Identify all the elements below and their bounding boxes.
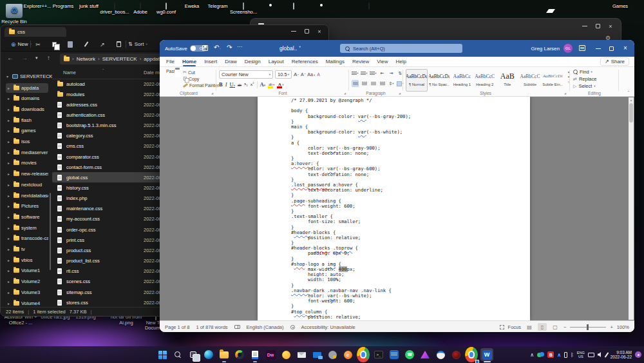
close-icon[interactable]: × [619, 43, 632, 53]
up-icon[interactable]: ↑ [47, 54, 50, 61]
undo-icon[interactable]: ↶▾ [214, 44, 221, 51]
sidebar-item-software[interactable]: ▸software [6, 212, 48, 222]
decrease-indent-button[interactable]: ⇤ [379, 70, 386, 77]
page-indicator[interactable]: Page 1 of 8 [165, 324, 189, 330]
minimize-icon[interactable] [592, 44, 605, 54]
cut-button[interactable]: ✂ [33, 39, 43, 49]
style-card[interactable]: AaBbCcDc¶ Normal [406, 69, 428, 92]
notepad-taskbar-icon[interactable] [249, 348, 261, 361]
sidebar-item-nextcloud[interactable]: ▸nextcloud [6, 180, 48, 190]
em-client-taskbar-icon[interactable]: e [341, 348, 354, 361]
sidebar-item-mediaserver[interactable]: ▸mediaserver [6, 148, 48, 157]
proofing-icon[interactable] [234, 325, 240, 329]
collapse-ribbon-icon[interactable]: ˆ [628, 90, 629, 95]
bullets-button[interactable]: ▾ [352, 70, 359, 77]
style-card[interactable]: AaBTitle [497, 69, 518, 92]
tab-references[interactable]: References [292, 57, 318, 66]
line-spacing-button[interactable]: ⇕▾ [388, 80, 395, 87]
read-mode-button[interactable]: ▤ [525, 323, 534, 331]
edge-taskbar-icon[interactable] [202, 348, 215, 361]
tab-layout[interactable]: Layout [269, 57, 284, 66]
zoom-out-button[interactable]: − [564, 324, 566, 330]
font-color-button[interactable]: A▾ [277, 81, 283, 88]
clear-formatting-button[interactable]: A [317, 72, 320, 77]
language-indicator[interactable]: ENG US [577, 351, 585, 358]
multilevel-list-button[interactable]: ▾ [370, 70, 377, 77]
redo-icon[interactable]: ↷ [227, 44, 232, 51]
red-app-taskbar-icon[interactable] [450, 348, 462, 361]
breadcrumb-item[interactable]: Network [77, 56, 95, 62]
paste-button[interactable]: Paste ▾ [165, 69, 182, 74]
sidebar-item-nextdatabase[interactable]: ▸nextdatabase [6, 191, 48, 201]
tab-file[interactable]: File [166, 57, 175, 66]
desktop-icon[interactable]: Screensho... [228, 4, 259, 15]
column-header-name[interactable]: Name [63, 70, 76, 75]
desktop-icon[interactable] [354, 4, 384, 10]
copy-button[interactable]: Copy [183, 76, 199, 81]
minimize-icon[interactable] [287, 26, 300, 36]
sort-button[interactable]: ⇅ Sort ▾ [128, 39, 147, 50]
bold-button[interactable]: B [219, 81, 223, 88]
sidebar-item-games[interactable]: ▸games [6, 126, 48, 135]
red-b-app-icon[interactable]: B [547, 351, 554, 358]
focus-button[interactable]: Focus [508, 324, 521, 330]
style-card[interactable]: AaBbCcCHeading 2 [474, 69, 496, 92]
arc-app-icon[interactable]: ∧ [557, 352, 561, 358]
share-button[interactable]: ↗ [97, 39, 108, 49]
file-explorer-taskbar-icon[interactable] [218, 348, 231, 361]
save-icon[interactable] [202, 45, 208, 51]
tab-review[interactable]: Review [352, 57, 369, 66]
tab-view[interactable]: View [377, 57, 388, 66]
sidebar-root-serverteck[interactable]: ▾SERVERTECK [5, 72, 52, 81]
sidebar-item-Pictures[interactable]: ▸Pictures [6, 201, 48, 211]
search-taskbar-icon[interactable] [171, 348, 184, 361]
maximize-icon[interactable] [591, 21, 604, 31]
mail-taskbar-icon[interactable] [295, 348, 308, 361]
prism-app-taskbar-icon[interactable] [419, 348, 431, 361]
grow-font-button[interactable]: Aˆ [294, 72, 299, 77]
sidebar-item-system[interactable]: ▸system [6, 223, 48, 233]
terminal-taskbar-icon[interactable]: >_ [372, 348, 385, 361]
sidebar-item-domains[interactable]: ▸domains [6, 93, 48, 103]
sidebar-item-isos[interactable]: ▸isos [6, 137, 48, 146]
back-icon[interactable]: ← [7, 54, 14, 61]
zoom-slider-thumb[interactable] [587, 324, 589, 330]
pen-icon[interactable] [604, 352, 609, 358]
tray-chevron-up-icon[interactable]: ∧ [530, 352, 534, 358]
document-page[interactable]: /* 27.09.2021 by @zengraph */ body { bac… [258, 97, 530, 320]
copy-button[interactable] [49, 39, 59, 49]
recent-locations-icon[interactable]: ▾ [35, 55, 38, 61]
font-size-select[interactable]: 10.5▾ [275, 70, 292, 79]
close-icon[interactable]: × [313, 26, 326, 36]
cut-button[interactable]: ✂Cut [183, 70, 195, 75]
delete-button[interactable] [113, 39, 124, 49]
gauge-app-taskbar-icon[interactable] [233, 348, 246, 361]
superscript-button[interactable]: x2 [251, 81, 254, 87]
remote-desktop-taskbar-icon[interactable] [310, 348, 323, 361]
start-taskbar-icon[interactable] [156, 348, 169, 361]
whatsapp-taskbar-icon[interactable]: ☎ [403, 348, 416, 361]
circle-app-taskbar-icon[interactable] [434, 348, 447, 361]
volume-icon[interactable] [598, 352, 603, 357]
change-case-button[interactable]: Aa▾ [307, 72, 315, 77]
text-effects-button[interactable]: A▾ [260, 81, 265, 88]
italic-button[interactable]: I [225, 81, 227, 88]
desktop-icon[interactable] [278, 4, 309, 10]
tab-home[interactable]: Home [182, 57, 196, 66]
bluetooth-icon[interactable]: ᛒ [571, 352, 574, 358]
style-card[interactable]: AaBbCcDiSubtle Em... [542, 69, 564, 92]
tab-design[interactable]: Design [245, 57, 261, 66]
align-center-button[interactable] [361, 80, 368, 87]
account-name[interactable]: Greg Larsen [531, 46, 560, 52]
ribbon-display-options-icon[interactable] [579, 45, 585, 51]
explorer-tab-css[interactable]: css [5, 27, 66, 37]
subscript-button[interactable]: x2 [244, 81, 248, 87]
underline-button[interactable]: U▾ [230, 81, 235, 88]
sidebar-item-appdata[interactable]: ▸appdata [6, 83, 48, 93]
avatar[interactable]: GL [564, 44, 573, 53]
tab-draw[interactable]: Draw [225, 57, 237, 66]
notification-bell-icon[interactable] [635, 351, 641, 358]
breadcrumb-item[interactable]: SERVERTECK [102, 56, 137, 62]
sidebar-item-new-releases[interactable]: ▸new-releases [6, 169, 48, 179]
clock[interactable]: 9:03 AM 2022-06-22 [611, 350, 632, 360]
